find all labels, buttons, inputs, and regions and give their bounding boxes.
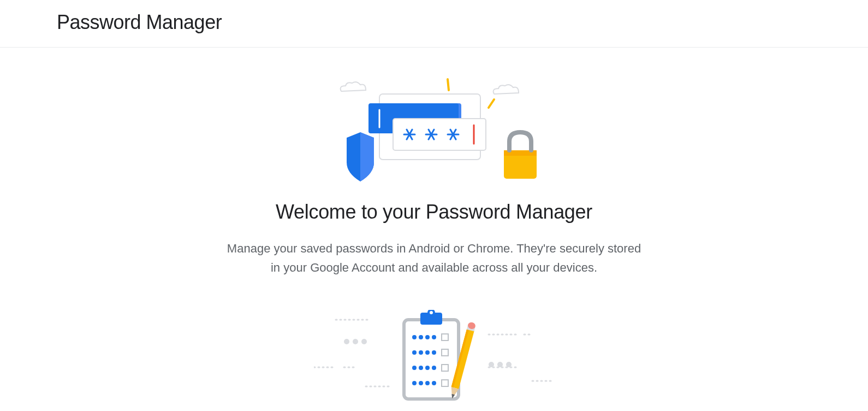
svg-point-48 <box>412 366 417 370</box>
svg-point-43 <box>412 350 417 355</box>
password-illustration-icon <box>314 75 554 184</box>
svg-point-46 <box>432 350 436 355</box>
svg-point-30 <box>361 339 367 344</box>
svg-point-45 <box>425 350 430 355</box>
page-header: Password Manager <box>0 0 868 48</box>
svg-point-44 <box>419 350 423 355</box>
page-title: Password Manager <box>57 11 868 34</box>
svg-point-31 <box>489 362 494 367</box>
svg-rect-34 <box>404 320 459 399</box>
svg-point-37 <box>430 311 433 314</box>
hero-illustration <box>314 75 554 184</box>
svg-point-51 <box>432 366 436 370</box>
svg-point-56 <box>432 381 436 385</box>
welcome-description: Manage your saved passwords in Android o… <box>221 239 647 277</box>
svg-point-39 <box>419 335 423 339</box>
svg-point-32 <box>497 362 503 367</box>
svg-point-50 <box>425 366 430 370</box>
svg-point-41 <box>432 335 436 339</box>
main-content: Welcome to your Password Manager Manage … <box>0 48 868 408</box>
svg-point-40 <box>425 335 430 339</box>
svg-line-2 <box>489 99 494 108</box>
svg-point-53 <box>412 381 417 385</box>
svg-point-33 <box>506 362 512 367</box>
svg-point-38 <box>412 335 417 339</box>
clipboard-illustration-icon <box>314 310 554 408</box>
svg-point-28 <box>344 339 349 344</box>
svg-line-0 <box>448 79 449 90</box>
svg-point-55 <box>425 381 430 385</box>
svg-point-54 <box>419 381 423 385</box>
svg-point-49 <box>419 366 423 370</box>
svg-point-29 <box>353 339 358 344</box>
welcome-title: Welcome to your Password Manager <box>276 201 592 224</box>
checkup-illustration <box>314 310 554 408</box>
